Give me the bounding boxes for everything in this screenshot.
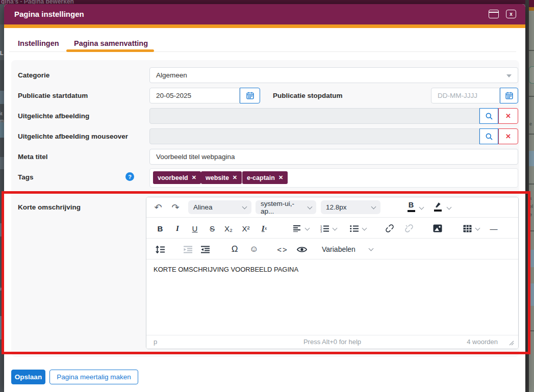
color-swatch (434, 210, 442, 212)
variables-label: Variabelen (322, 245, 355, 253)
background-text-fragment: L (0, 50, 4, 56)
variables-dropdown[interactable]: Variabelen (322, 242, 373, 256)
bold-button[interactable]: B (152, 221, 168, 236)
tag-remove-icon[interactable]: ✕ (233, 174, 237, 181)
featured-image-input[interactable] (149, 108, 479, 124)
accent-bar (4, 24, 525, 28)
maximize-icon[interactable] (489, 10, 499, 18)
size-select[interactable]: 12.8px (321, 200, 380, 214)
text-color-button[interactable]: B (405, 201, 417, 212)
close-icon[interactable]: x (506, 10, 516, 18)
background-fragment (529, 66, 534, 84)
text-color-glyph: B (409, 201, 414, 209)
clear-formatting-button[interactable]: Ix (257, 221, 272, 236)
background-fragment (529, 230, 534, 231)
undo-icon: ↶ (154, 202, 162, 213)
x-icon: ✕ (505, 112, 511, 120)
meta-title-input[interactable] (149, 149, 518, 165)
categorie-value: Algemeen (156, 71, 187, 79)
indent-icon (201, 246, 210, 253)
subscript-button[interactable]: X₂ (221, 221, 236, 236)
superscript-icon: X² (242, 224, 250, 233)
stop-date-label: Publicatie stopdatum (273, 92, 343, 99)
redo-button[interactable]: ↷ (168, 200, 183, 215)
subscript-icon: X₂ (224, 224, 233, 233)
preview-button[interactable] (294, 242, 310, 256)
help-icon[interactable]: ? (125, 172, 134, 181)
indent-button[interactable] (197, 242, 213, 256)
save-button[interactable]: Opslaan (11, 370, 45, 384)
strikethrough-icon: S (210, 224, 215, 233)
resize-grip-icon[interactable] (508, 339, 514, 346)
italic-button[interactable]: I (170, 221, 185, 236)
editor-toolbar-row-2: B I U S X₂ X² Ix 123 (146, 218, 518, 239)
help-text: Press Alt+0 for help (146, 338, 518, 346)
format-select[interactable]: Alinea (188, 200, 251, 214)
word-count[interactable]: 4 woorden (467, 338, 498, 346)
horizontal-rule-button[interactable]: — (486, 221, 501, 236)
editor-text: KORTE OMSCHRIJVING VOORBEELD PAGINA (154, 266, 298, 273)
featured-image-mouseover-label: Uitgelichte afbeelding mouseover (18, 133, 128, 140)
source-code-button[interactable]: <> (275, 242, 290, 256)
stop-date-calendar-button[interactable] (500, 88, 518, 103)
bullet-list-button[interactable] (346, 221, 362, 236)
font-select[interactable]: system-ui,-ap... (256, 200, 316, 214)
categorie-select[interactable]: Algemeen (149, 67, 518, 83)
redo-icon: ↷ (171, 202, 179, 213)
start-date-input[interactable] (149, 88, 240, 103)
featured-image-mouseover-search-button[interactable] (479, 128, 498, 144)
background-text-fragment: it (0, 286, 3, 292)
table-button[interactable] (460, 221, 475, 236)
background-text-fragment: s (529, 196, 532, 201)
editor-content-area[interactable]: KORTE OMSCHRIJVING VOORBEELD PAGINA (146, 259, 518, 336)
featured-image-mouseover-input[interactable] (149, 128, 479, 144)
background-fragment (529, 50, 534, 51)
tag-chip: voorbeeld ✕ (153, 171, 201, 184)
background-fragment (0, 223, 4, 237)
table-icon (463, 225, 472, 232)
bold-icon: B (158, 224, 163, 233)
underline-button[interactable]: U (187, 221, 202, 236)
tag-remove-icon[interactable]: ✕ (278, 174, 283, 181)
search-icon (485, 133, 493, 141)
background-text-fragment: m (0, 118, 4, 123)
emoji-button[interactable]: ☺ (246, 242, 262, 256)
highlight-color-button[interactable] (432, 201, 443, 212)
undo-button[interactable]: ↶ (150, 200, 166, 215)
clear-formatting-sub: x (265, 226, 267, 231)
start-date-calendar-button[interactable] (240, 88, 260, 103)
remove-link-button[interactable] (401, 221, 417, 236)
tag-remove-icon[interactable]: ✕ (192, 174, 196, 181)
page-settings-dialog: Pagina instellingen x Instellingen Pagin… (4, 4, 525, 392)
tab-instellingen[interactable]: Instellingen (18, 39, 59, 47)
stop-date-input[interactable] (431, 88, 500, 103)
omega-icon: Ω (232, 244, 238, 254)
superscript-button[interactable]: X² (238, 221, 253, 236)
chevron-down-icon (242, 204, 247, 209)
editor-toolbar-row-1: ↶ ↷ Alinea system-ui,-ap... 12.8px B (146, 197, 518, 218)
line-height-button[interactable] (152, 242, 168, 256)
strikethrough-button[interactable]: S (205, 221, 220, 236)
featured-image-mouseover-clear-button[interactable]: ✕ (498, 128, 518, 144)
underline-icon: U (192, 224, 198, 233)
insert-link-button[interactable] (382, 221, 397, 236)
tag-label: e-captain (247, 174, 275, 181)
featured-image-clear-button[interactable]: ✕ (498, 108, 518, 124)
special-character-button[interactable]: Ω (227, 242, 242, 256)
align-button[interactable] (289, 221, 304, 236)
tag-label: voorbeeld (158, 174, 188, 181)
insert-image-button[interactable] (430, 221, 445, 236)
chevron-down-icon (305, 226, 310, 231)
bullet-list-icon (350, 225, 359, 232)
tab-pagina-samenvatting[interactable]: Pagina samenvatting (74, 39, 148, 47)
size-value: 12.8px (326, 203, 347, 211)
outdent-button[interactable] (180, 242, 195, 256)
meta-title-label: Meta titel (18, 153, 48, 161)
background-fragment (0, 157, 4, 169)
screen: gina's - Pagina bewerken L it m it e s e… (0, 0, 534, 392)
ordered-list-button[interactable]: 123 (317, 221, 332, 236)
featured-image-search-button[interactable] (479, 108, 498, 124)
multilanguage-button[interactable]: Pagina meertalig maken (49, 370, 138, 384)
close-glyph: x (510, 11, 513, 17)
tags-label: Tags (18, 173, 34, 181)
